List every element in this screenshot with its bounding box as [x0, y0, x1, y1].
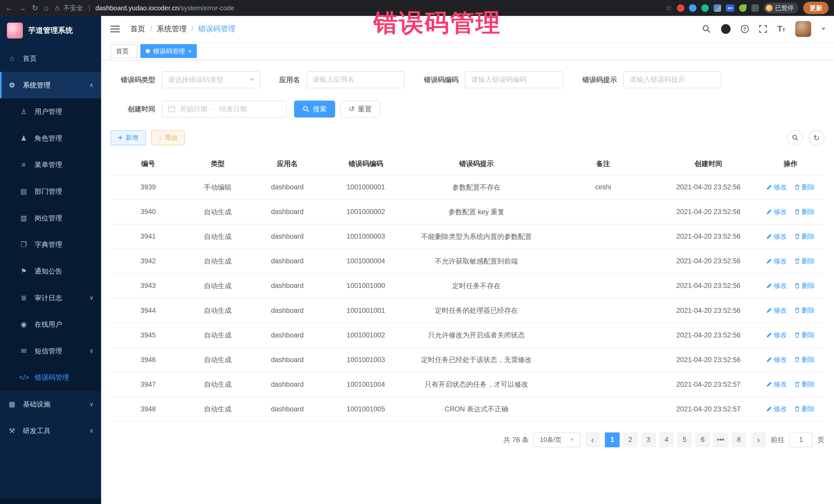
- delete-link[interactable]: 删除: [794, 183, 815, 192]
- profile-avatar-icon: [766, 5, 773, 12]
- sidebar-item[interactable]: ✉ 短信管理 ∨: [0, 338, 101, 365]
- sidebar-item[interactable]: ⚒ 研发工具 ∨: [0, 418, 101, 444]
- sidebar-toggle-icon[interactable]: [110, 23, 121, 35]
- view-tab[interactable]: 错误码管理 ×: [140, 44, 197, 58]
- browser-home-icon[interactable]: [44, 4, 48, 12]
- error-hint-input[interactable]: [623, 71, 722, 88]
- delete-link[interactable]: 删除: [794, 281, 815, 290]
- edit-link[interactable]: 修改: [766, 330, 787, 339]
- prev-page-button[interactable]: [585, 432, 600, 447]
- cell-type: 自动生成: [185, 249, 250, 273]
- sidebar-item[interactable]: ♙ 用户管理: [0, 98, 101, 125]
- browser-update-button[interactable]: 更新: [803, 2, 829, 14]
- edit-link[interactable]: 修改: [766, 404, 787, 413]
- delete-link[interactable]: 删除: [794, 404, 815, 413]
- edit-pencil-icon: [766, 184, 772, 190]
- delete-link[interactable]: 删除: [794, 232, 815, 241]
- refresh-table-button[interactable]: [809, 130, 825, 146]
- sidebar-item[interactable]: ▥ 岗位管理: [0, 205, 101, 232]
- sidebar-item[interactable]: ⚑ 通知公告: [0, 258, 101, 285]
- delete-label: 删除: [802, 257, 815, 266]
- next-page-button[interactable]: [751, 432, 766, 447]
- page-button[interactable]: 1: [605, 432, 620, 447]
- sidebar-item[interactable]: ◉ 在线用户: [0, 311, 101, 338]
- delete-link[interactable]: 删除: [794, 306, 815, 315]
- page-button[interactable]: 2: [623, 432, 638, 447]
- page-button[interactable]: 5: [677, 432, 692, 447]
- goto-page-input[interactable]: [789, 432, 813, 447]
- profile-paused-badge[interactable]: 已暂停: [764, 3, 798, 13]
- breadcrumb-item[interactable]: 首页: [130, 24, 145, 34]
- sidebar-item[interactable]: ≣ 审计日志 ∨: [0, 285, 101, 311]
- delete-link[interactable]: 删除: [794, 207, 815, 216]
- error-code-table: 编号类型应用名错误码编码错误码提示备注创建时间操作 3939 手动编辑 dash…: [111, 153, 825, 422]
- export-button[interactable]: 导出: [151, 130, 185, 145]
- error-type-select[interactable]: 请选择错误码类型: [162, 71, 260, 88]
- extension-puzzle-icon[interactable]: [714, 4, 721, 12]
- page-button[interactable]: 6: [695, 432, 710, 447]
- app-name-input[interactable]: [306, 71, 405, 88]
- extension-blue-drop-icon[interactable]: [689, 4, 697, 12]
- help-icon[interactable]: [741, 25, 749, 33]
- sidebar-item[interactable]: ▦ 基础设施 ∨: [0, 391, 101, 418]
- sidebar-item[interactable]: ♟ 角色管理: [0, 125, 101, 152]
- browser-forward-icon[interactable]: [19, 4, 26, 12]
- security-indicator[interactable]: 不安全: [54, 4, 83, 13]
- page-size-select[interactable]: 10条/页: [533, 432, 580, 447]
- search-button[interactable]: 搜索: [294, 101, 335, 117]
- menu-label: 错误码管理: [35, 373, 87, 382]
- page-button[interactable]: 3: [641, 432, 656, 447]
- breadcrumb-item[interactable]: 系统管理: [145, 24, 186, 34]
- view-tab[interactable]: 首页: [111, 44, 137, 58]
- extension-leaf-icon[interactable]: [739, 4, 746, 12]
- fullscreen-icon[interactable]: [759, 25, 767, 33]
- edit-link[interactable]: 修改: [766, 281, 787, 290]
- bookmark-star-icon[interactable]: [665, 4, 672, 12]
- error-code-input[interactable]: [465, 71, 563, 88]
- cell-error-code: 1001001002: [325, 323, 407, 348]
- delete-link[interactable]: 删除: [794, 330, 815, 339]
- url-bar[interactable]: dashboard.yudao.iocoder.cn/system/error-…: [95, 4, 234, 12]
- edit-link[interactable]: 修改: [766, 257, 787, 266]
- sidebar-item[interactable]: ▤ 部门管理: [0, 178, 101, 205]
- reset-button[interactable]: 重置: [340, 101, 380, 117]
- app-name-label: 应用名: [279, 75, 300, 84]
- edit-link[interactable]: 修改: [766, 232, 787, 241]
- sidebar-item[interactable]: ≡ 菜单管理: [0, 152, 101, 178]
- github-icon[interactable]: [721, 24, 730, 34]
- extension-on-badge[interactable]: on: [726, 4, 734, 12]
- browser-back-icon[interactable]: [5, 4, 13, 12]
- delete-link[interactable]: 删除: [794, 355, 815, 364]
- search-icon[interactable]: [702, 24, 711, 34]
- sidebar-item[interactable]: </> 错误码管理: [0, 365, 101, 391]
- font-size-icon[interactable]: [777, 24, 785, 34]
- user-avatar[interactable]: [795, 21, 811, 37]
- toggle-search-button[interactable]: [787, 130, 803, 146]
- app-logo[interactable]: 芋道管理系统: [0, 16, 101, 45]
- delete-link[interactable]: 删除: [794, 257, 815, 266]
- column-header: 操作: [756, 153, 824, 175]
- sidebar-item[interactable]: ❐ 字典管理: [0, 232, 101, 258]
- close-tab-icon[interactable]: ×: [188, 48, 192, 54]
- sidebar-item[interactable]: ⌂ 首页: [0, 45, 101, 72]
- edit-link[interactable]: 修改: [766, 355, 787, 364]
- extension-green-check-icon[interactable]: [701, 4, 709, 12]
- edit-link[interactable]: 修改: [766, 207, 787, 216]
- extension-dark-icon[interactable]: [751, 4, 759, 12]
- page-button[interactable]: 4: [659, 432, 674, 447]
- edit-link[interactable]: 修改: [766, 183, 787, 192]
- app-root: 错误码管理 不安全 dashboard.yudao.iocoder.cn/sys…: [0, 0, 834, 504]
- page-button[interactable]: 8: [731, 432, 746, 447]
- edit-link[interactable]: 修改: [766, 306, 787, 315]
- caret-down-icon[interactable]: [821, 28, 826, 30]
- breadcrumb-item[interactable]: 错误码管理: [186, 24, 235, 34]
- delete-link[interactable]: 删除: [794, 380, 815, 389]
- sidebar-item[interactable]: ⚙ 系统管理 ∧: [0, 72, 101, 98]
- edit-link[interactable]: 修改: [766, 380, 787, 389]
- page-button[interactable]: •••: [714, 432, 728, 447]
- add-button[interactable]: 新增: [111, 130, 146, 145]
- extension-red-icon[interactable]: [677, 4, 684, 12]
- date-range-picker[interactable]: 开始日期 - 结束日期: [162, 101, 287, 117]
- browser-reload-icon[interactable]: [32, 4, 38, 12]
- cell-app-name: dashboard: [250, 200, 325, 224]
